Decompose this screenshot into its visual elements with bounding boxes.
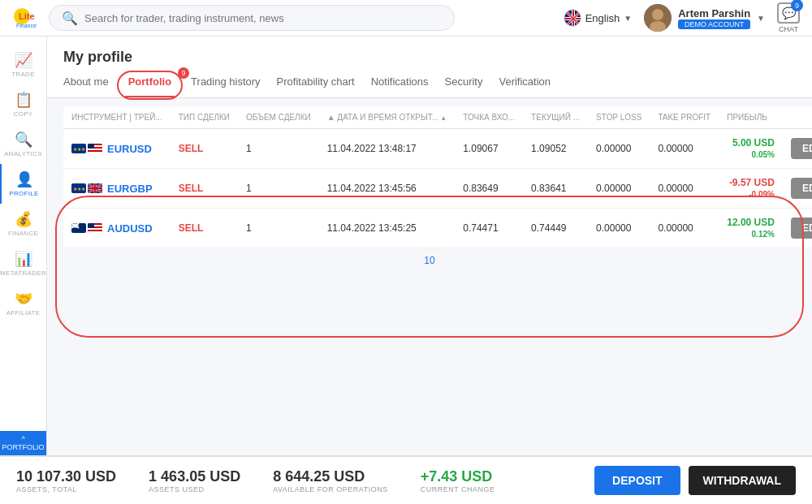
instrument-name: EURUSD xyxy=(107,143,152,155)
action-cell: EDIT CLOSE ··· xyxy=(783,129,812,169)
flag-pair: ★★★ xyxy=(71,144,102,153)
instrument-cell: ★★★ EURUSD xyxy=(63,129,171,169)
takeprofit-cell: 0.00000 xyxy=(650,129,719,169)
tab-trading-history[interactable]: Trading history xyxy=(191,75,261,97)
type-cell: SELL xyxy=(171,169,238,209)
available-label: AVAILABLE FOR OPERATIONS xyxy=(273,485,388,493)
entry-cell: 1.09067 xyxy=(455,129,523,169)
edit-button[interactable]: EDIT xyxy=(791,138,812,159)
svg-text:★★★: ★★★ xyxy=(73,147,85,152)
col-takeprofit: TAKE PROFIT xyxy=(650,106,719,129)
affiliate-icon: 🤝 xyxy=(15,290,32,308)
trade-icon: 📈 xyxy=(15,51,32,69)
sidebar-item-profile[interactable]: 👤 PROFILE xyxy=(0,164,46,204)
chat-label: CHAT xyxy=(779,25,798,33)
stat-available: 8 644.25 USD AVAILABLE FOR OPERATIONS xyxy=(273,468,388,493)
chevron-down-icon: ▼ xyxy=(624,14,632,23)
content-area: My profile About me Portfolio 9 Trading … xyxy=(47,37,812,455)
header-right: English ▼ Artem Parshin DEMO ACCOUNT ▼ 💬 xyxy=(564,2,800,33)
col-stoploss: STOP LOSS xyxy=(588,106,650,129)
flag-uk-icon xyxy=(564,9,581,27)
sidebar-label-profile: PROFILE xyxy=(9,190,38,197)
chat-button[interactable]: 💬 9 CHAT xyxy=(777,2,800,33)
page-title: My profile xyxy=(63,49,796,66)
user-area[interactable]: Artem Parshin DEMO ACCOUNT ▼ xyxy=(644,4,765,32)
svg-rect-22 xyxy=(88,144,94,149)
sidebar-item-affiliate[interactable]: 🤝 AFFILIATE xyxy=(0,283,46,323)
withdrawal-button[interactable]: WITHDRAWAL xyxy=(689,466,796,495)
search-bar[interactable]: 🔍 xyxy=(49,5,455,31)
sidebar-label-affiliate: AFFILIATE xyxy=(6,309,41,317)
svg-rect-21 xyxy=(88,152,102,153)
copy-icon: 📋 xyxy=(15,91,32,109)
change-value: +7.43 USD xyxy=(421,468,495,485)
entry-cell: 0.83649 xyxy=(455,169,523,209)
datetime-cell: 11.04.2022 13:45:56 xyxy=(319,169,456,209)
profit-cell: 5.00 USD0.05% xyxy=(719,129,783,169)
main-layout: 📈 TRADE 📋 COPY 🔍 ANALYTICS 👤 PROFILE 💰 F… xyxy=(0,37,812,455)
col-volume: ОБЪЕМ СДЕЛКИ xyxy=(238,106,319,129)
language-selector[interactable]: English ▼ xyxy=(564,9,633,27)
stat-change: +7.43 USD CURRENT CHANGE xyxy=(421,468,495,493)
takeprofit-cell: 0.00000 xyxy=(650,169,719,209)
svg-rect-20 xyxy=(88,149,102,150)
svg-rect-41 xyxy=(88,228,102,230)
sidebar: 📈 TRADE 📋 COPY 🔍 ANALYTICS 👤 PROFILE 💰 F… xyxy=(0,37,47,455)
sidebar-item-copy[interactable]: 📋 COPY xyxy=(0,84,46,124)
volume-cell: 1 xyxy=(238,129,319,169)
search-input[interactable] xyxy=(84,12,442,24)
tab-profitability[interactable]: Profitability chart xyxy=(277,75,355,97)
tab-portfolio-wrapper: Portfolio 9 xyxy=(125,75,175,97)
edit-button[interactable]: EDIT xyxy=(791,178,812,199)
sidebar-item-finance[interactable]: 💰 FINANCE xyxy=(0,204,46,243)
edit-button[interactable]: EDIT xyxy=(791,218,812,239)
col-entry: ТОЧКА ВХО... xyxy=(455,106,523,129)
sidebar-item-metatrader[interactable]: 📊 METATRADER xyxy=(0,243,46,283)
metatrader-icon: 📊 xyxy=(15,250,32,268)
volume-cell: 1 xyxy=(238,169,319,209)
app-header: Lite Finance 🔍 xyxy=(0,0,812,37)
portfolio-toggle-label: ^ PORTFOLIO xyxy=(2,435,45,451)
instrument-cell: ★★★ EURGBP xyxy=(63,169,171,209)
tab-portfolio[interactable]: Portfolio xyxy=(125,75,175,97)
tab-notifications[interactable]: Notifications xyxy=(371,75,429,97)
svg-text:★★★: ★★★ xyxy=(73,187,85,192)
sidebar-item-analytics[interactable]: 🔍 ANALYTICS xyxy=(0,124,46,164)
profit-cell: 12.00 USD0.12% xyxy=(719,209,783,248)
search-icon: 🔍 xyxy=(62,11,78,26)
change-label: CURRENT CHANGE xyxy=(421,485,495,493)
table-row: AUDUSD SELL 1 11.04.2022 13:45:25 0.7447… xyxy=(63,209,812,248)
avatar xyxy=(644,4,672,32)
sidebar-label-metatrader: METATRADER xyxy=(0,269,46,277)
svg-text:Lite: Lite xyxy=(19,11,35,21)
sidebar-item-trade[interactable]: 📈 TRADE xyxy=(0,45,46,84)
deposit-button[interactable]: DEPOSIT xyxy=(594,466,680,495)
assets-used-label: ASSETS USED xyxy=(149,485,240,493)
tab-about[interactable]: About me xyxy=(63,75,109,97)
col-current: ТЕКУЩИЙ ... xyxy=(523,106,588,129)
chat-badge: 9 xyxy=(791,0,803,11)
svg-rect-42 xyxy=(88,231,102,233)
current-cell: 0.74449 xyxy=(523,209,588,248)
volume-cell: 1 xyxy=(238,209,319,248)
stat-assets-total: 10 107.30 USD ASSETS, TOTAL xyxy=(16,468,116,493)
tab-security[interactable]: Security xyxy=(445,75,483,97)
portfolio-toggle[interactable]: ^ PORTFOLIO xyxy=(0,431,46,455)
profile-icon: 👤 xyxy=(15,170,33,188)
col-datetime: ▲ ДАТА И ВРЕМЯ ОТКРЫТ... xyxy=(319,106,456,129)
trade-type: SELL xyxy=(179,143,204,154)
user-badge: DEMO ACCOUNT xyxy=(678,19,750,29)
action-cell: EDIT CLOSE ··· xyxy=(783,209,812,248)
user-name: Artem Parshin xyxy=(678,7,750,19)
entry-cell: 0.74471 xyxy=(455,209,523,248)
chat-icon: 💬 9 xyxy=(777,2,800,24)
assets-total-value: 10 107.30 USD xyxy=(16,468,116,485)
bottom-actions: DEPOSIT WITHDRAWAL xyxy=(594,466,796,495)
profit-cell: -9.57 USD-0.09% xyxy=(719,169,783,209)
col-actions xyxy=(783,106,812,129)
instrument-name: EURGBP xyxy=(107,183,153,195)
action-cell: EDIT CLOSE ··· xyxy=(783,169,812,209)
tab-verification[interactable]: Verification xyxy=(499,75,551,97)
current-cell: 1.09052 xyxy=(523,129,588,169)
page-number: 10 xyxy=(63,248,796,273)
